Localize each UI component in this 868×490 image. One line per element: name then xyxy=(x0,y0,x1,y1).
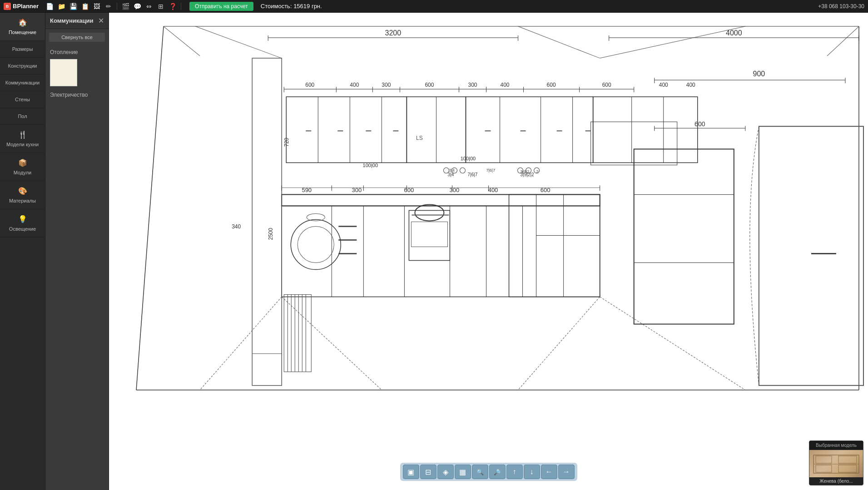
svg-text:900: 900 xyxy=(753,70,765,78)
sidebar-item-osveshenie[interactable]: 💡 Освещение xyxy=(0,209,45,238)
main-area: 🏠 Помещение Размеры Конструкции Коммуник… xyxy=(0,13,868,490)
pan-up-button[interactable]: ↑ xyxy=(506,465,523,479)
svg-text:LS: LS xyxy=(416,135,423,141)
sidebar-kommunikatsii-label: Коммуникации xyxy=(5,80,40,85)
svg-text:600: 600 xyxy=(305,82,314,88)
sidebar-item-konstruktsii[interactable]: Конструкции xyxy=(0,58,45,74)
svg-rect-152 xyxy=(838,456,857,463)
sidebar-item-label: Помещение xyxy=(9,30,36,35)
svg-text:600: 600 xyxy=(694,120,705,128)
viewport[interactable]: 3200 4000 900 600 400 300 xyxy=(109,13,868,490)
logo-icon: B xyxy=(4,3,11,10)
new-file-icon[interactable]: 📄 xyxy=(45,2,54,11)
electricity-section-title: Электричество xyxy=(45,88,109,100)
help-icon[interactable]: ❓ xyxy=(168,2,177,11)
sidebar: 🏠 Помещение Размеры Конструкции Коммуник… xyxy=(0,13,45,490)
kitchen-drawing: 3200 4000 900 600 400 300 xyxy=(109,13,868,490)
svg-rect-154 xyxy=(838,465,857,472)
image-icon[interactable]: 🖼 xyxy=(92,2,101,11)
modules-icon: 📦 xyxy=(18,158,27,167)
sidebar-item-razmery[interactable]: Размеры xyxy=(0,41,45,58)
collapse-all-button[interactable]: Свернуть все xyxy=(49,33,105,42)
svg-text:3|9|2: 3|9|2 xyxy=(521,169,530,174)
model-card-title: Выбранная модель xyxy=(809,441,863,450)
sidebar-pol-label: Пол xyxy=(18,114,27,119)
arrows-icon[interactable]: ⇔ xyxy=(144,2,154,11)
materials-icon: 🎨 xyxy=(18,187,27,195)
svg-text:100|00: 100|00 xyxy=(461,156,476,161)
video-icon[interactable]: 🎬 xyxy=(121,2,130,11)
sidebar-konstruktsii-label: Конструкции xyxy=(8,63,37,69)
svg-text:100|00: 100|00 xyxy=(363,163,378,168)
panel-header: Коммуникации ✕ xyxy=(45,13,109,29)
bottom-toolbar: ▣ ⊟ ◈ ▦ 🔍 🔎 ↑ ↓ ← → xyxy=(400,463,577,481)
panel-title: Коммуникации xyxy=(50,17,94,24)
sidebar-item-kommunikatsii[interactable]: Коммуникации xyxy=(0,74,45,91)
svg-text:400: 400 xyxy=(501,82,510,88)
sidebar-item-modeli[interactable]: 🍴 Модели кухни xyxy=(0,125,45,153)
svg-rect-153 xyxy=(816,465,832,472)
cost-display: Стоимость: 15619 грн. xyxy=(261,3,322,10)
send-calc-button[interactable]: Отправить на расчет xyxy=(189,2,253,11)
svg-text:720: 720 xyxy=(283,138,290,147)
svg-text:400: 400 xyxy=(686,82,695,88)
sidebar-item-pomeshenie[interactable]: 🏠 Помещение xyxy=(0,13,45,41)
heating-thumbnail xyxy=(50,59,77,86)
separator1 xyxy=(117,3,117,10)
svg-rect-0 xyxy=(109,13,868,490)
kitchen-icon: 🍴 xyxy=(18,130,27,139)
edit-icon[interactable]: ✏ xyxy=(104,2,113,11)
grid-icon[interactable]: ⊞ xyxy=(156,2,165,11)
app-logo: B BPlanner xyxy=(4,3,39,10)
sidebar-item-moduly[interactable]: 📦 Модули xyxy=(0,153,45,181)
svg-text:300: 300 xyxy=(382,82,391,88)
sidebar-item-pol[interactable]: Пол xyxy=(0,108,45,125)
pan-down-button[interactable]: ↓ xyxy=(524,465,540,479)
lighting-icon: 💡 xyxy=(18,215,27,223)
sidebar-moduly-label: Модули xyxy=(14,170,31,175)
app-name: BPlanner xyxy=(13,3,39,10)
model-card-image xyxy=(809,450,863,477)
sidebar-razmery-label: Размеры xyxy=(12,46,33,52)
zoom-out-button[interactable]: 🔎 xyxy=(489,465,506,479)
svg-rect-151 xyxy=(816,456,832,463)
phone-number: +38 068 103-30-30 xyxy=(818,3,864,10)
zoom-in-button[interactable]: 🔍 xyxy=(472,465,488,479)
communications-panel: Коммуникации ✕ Свернуть все Отопление Эл… xyxy=(45,13,109,490)
svg-text:600: 600 xyxy=(602,82,611,88)
svg-text:400: 400 xyxy=(659,82,668,88)
view-select-button[interactable]: ▣ xyxy=(403,465,419,479)
svg-text:2: 2 xyxy=(536,169,539,174)
svg-text:2500: 2500 xyxy=(268,228,274,240)
view-3d-button[interactable]: ◈ xyxy=(437,465,454,479)
view-plan-button[interactable]: ▦ xyxy=(455,465,471,479)
chat-icon[interactable]: 💬 xyxy=(133,2,142,11)
view-zoom-fit-button[interactable]: ⊟ xyxy=(420,465,436,479)
svg-text:400: 400 xyxy=(350,82,359,88)
sidebar-steny-label: Стены xyxy=(15,97,30,102)
svg-text:3200: 3200 xyxy=(385,29,402,37)
svg-text:7|6|7: 7|6|7 xyxy=(468,172,478,177)
svg-text:300: 300 xyxy=(468,82,477,88)
heating-section-title: Отопление xyxy=(45,45,109,57)
topbar: B BPlanner 📄 📁 💾 📋 🖼 ✏ 🎬 💬 ⇔ ⊞ ❓ Отправи… xyxy=(0,0,868,13)
separator2 xyxy=(181,3,181,10)
save-icon[interactable]: 💾 xyxy=(69,2,78,11)
pan-left-button[interactable]: ← xyxy=(541,465,557,479)
svg-text:600: 600 xyxy=(425,82,434,88)
sidebar-osveshenie-label: Освещение xyxy=(9,226,36,232)
copy-icon[interactable]: 📋 xyxy=(80,2,89,11)
svg-text:7|6|7: 7|6|7 xyxy=(486,168,495,173)
svg-text:340: 340 xyxy=(232,223,241,230)
model-card: Выбранная модель Женева (бело... xyxy=(809,441,863,485)
sidebar-item-steny[interactable]: Стены xyxy=(0,91,45,108)
sidebar-materialy-label: Материалы xyxy=(9,198,36,203)
model-card-label: Женева (бело... xyxy=(809,477,863,485)
home-icon: 🏠 xyxy=(18,18,27,27)
sidebar-modeli-label: Модели кухни xyxy=(6,142,39,147)
panel-close-button[interactable]: ✕ xyxy=(98,16,104,25)
pan-right-button[interactable]: → xyxy=(558,465,575,479)
sidebar-item-materialy[interactable]: 🎨 Материалы xyxy=(0,181,45,209)
svg-text:600: 600 xyxy=(547,82,556,88)
open-icon[interactable]: 📁 xyxy=(57,2,66,11)
